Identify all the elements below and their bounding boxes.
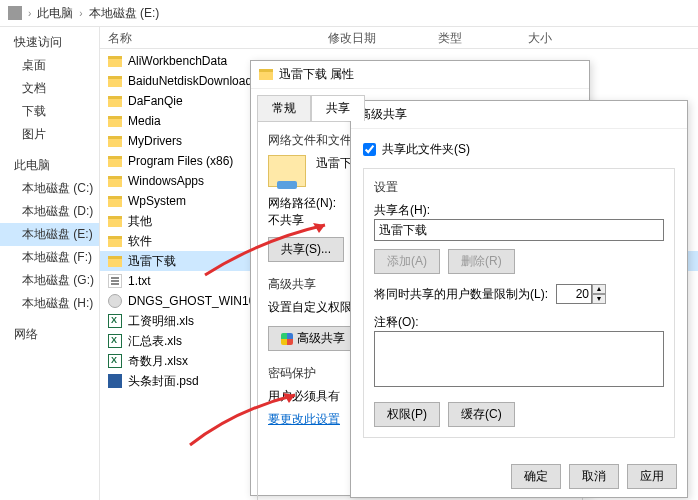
sidebar-item-downloads[interactable]: 下载 [0,100,99,123]
col-size[interactable]: 大小 [520,27,600,48]
remove-button[interactable]: 删除(R) [448,249,515,274]
comment-label: 注释(O): [374,314,664,331]
folder-icon [259,69,273,80]
col-date[interactable]: 修改日期 [320,27,430,48]
file-name: 头条封面.psd [128,373,199,390]
folder-icon [108,216,122,227]
shared-folder-icon [268,155,306,187]
file-name: 迅雷下载 [128,253,176,270]
sidebar-item-documents[interactable]: 文档 [0,77,99,100]
folder-icon [108,176,122,187]
col-type[interactable]: 类型 [430,27,520,48]
xls-file-icon [108,354,122,368]
folder-icon [108,136,122,147]
folder-icon [108,76,122,87]
file-name: WpSystem [128,194,186,208]
share-folder-label: 共享此文件夹(S) [382,141,470,158]
breadcrumb-thispc[interactable]: 此电脑 [37,5,73,22]
file-name: 奇数月.xlsx [128,353,188,370]
dialog-title: 高级共享 [359,106,407,123]
psd-file-icon [108,374,122,388]
iso-file-icon [108,294,122,308]
chevron-right-icon: › [28,8,31,19]
sidebar-drive-c[interactable]: 本地磁盘 (C:) [0,177,99,200]
file-name: AliWorkbenchData [128,54,227,68]
sidebar-drive-d[interactable]: 本地磁盘 (D:) [0,200,99,223]
column-headers: 名称 修改日期 类型 大小 [100,27,698,49]
sidebar-drive-h[interactable]: 本地磁盘 (H:) [0,292,99,315]
permissions-button[interactable]: 权限(P) [374,402,440,427]
share-name-label: 共享名(H): [374,202,664,219]
pc-icon [8,6,22,20]
file-name: 工资明细.xls [128,313,194,330]
folder-icon [108,56,122,67]
folder-icon [108,96,122,107]
file-name: 软件 [128,233,152,250]
sidebar-thispc[interactable]: 此电脑 [0,154,99,177]
cancel-button[interactable]: 取消 [569,464,619,489]
sidebar-drive-g[interactable]: 本地磁盘 (G:) [0,269,99,292]
txt-file-icon [108,274,122,288]
tab-sharing[interactable]: 共享 [311,95,365,121]
file-name: DNGS_GHOST_WIN10 [128,294,255,308]
advanced-sharing-button[interactable]: 高级共享 [268,326,358,351]
comment-textarea[interactable] [374,331,664,387]
user-limit-label: 将同时共享的用户数量限制为(L): [374,286,548,303]
sidebar-drive-f[interactable]: 本地磁盘 (F:) [0,246,99,269]
settings-group: 设置 共享名(H): 添加(A) 删除(R) 将同时共享的用户数量限制为(L):… [363,168,675,438]
share-name-input[interactable] [374,219,664,241]
file-name: BaiduNetdiskDownload [128,74,252,88]
file-name: MyDrivers [128,134,182,148]
user-limit-spinner[interactable]: ▲ ▼ [556,284,606,304]
chevron-right-icon: › [79,8,82,19]
file-name: WindowsApps [128,174,204,188]
sidebar-network[interactable]: 网络 [0,323,99,346]
navigation-pane: 快速访问 桌面 文档 下载 图片 此电脑 本地磁盘 (C:) 本地磁盘 (D:)… [0,27,100,500]
folder-icon [108,116,122,127]
dialog-titlebar[interactable]: 高级共享 [351,101,687,129]
spin-up-icon[interactable]: ▲ [592,284,606,294]
sidebar-item-pictures[interactable]: 图片 [0,123,99,146]
ok-button[interactable]: 确定 [511,464,561,489]
address-bar: › 此电脑 › 本地磁盘 (E:) [0,0,698,27]
change-settings-link[interactable]: 要更改此设置 [268,412,340,426]
folder-icon [108,236,122,247]
user-limit-input[interactable] [556,284,592,304]
add-button[interactable]: 添加(A) [374,249,440,274]
dialog-title: 迅雷下载 属性 [279,66,354,83]
apply-button[interactable]: 应用 [627,464,677,489]
file-name: Media [128,114,161,128]
spin-down-icon[interactable]: ▼ [592,294,606,304]
dialog-titlebar[interactable]: 迅雷下载 属性 [251,61,589,89]
file-name: 其他 [128,213,152,230]
settings-label: 设置 [374,179,664,196]
folder-icon [108,156,122,167]
file-name: 汇总表.xls [128,333,182,350]
file-name: Program Files (x86) [128,154,233,168]
file-name: 1.txt [128,274,151,288]
caching-button[interactable]: 缓存(C) [448,402,515,427]
xls-file-icon [108,334,122,348]
sidebar-drive-e[interactable]: 本地磁盘 (E:) [0,223,99,246]
folder-icon [108,256,122,267]
xls-file-icon [108,314,122,328]
share-button[interactable]: 共享(S)... [268,237,344,262]
tab-general[interactable]: 常规 [257,95,311,121]
breadcrumb-drive[interactable]: 本地磁盘 (E:) [89,5,160,22]
advanced-sharing-button-label: 高级共享 [297,330,345,347]
sidebar-quickaccess[interactable]: 快速访问 [0,31,99,54]
folder-icon [108,196,122,207]
col-name[interactable]: 名称 [100,27,320,48]
share-folder-checkbox[interactable] [363,143,376,156]
advanced-sharing-dialog: 高级共享 共享此文件夹(S) 设置 共享名(H): 添加(A) 删除(R) 将同… [350,100,688,498]
file-name: DaFanQie [128,94,183,108]
shield-icon [281,333,293,345]
sidebar-item-desktop[interactable]: 桌面 [0,54,99,77]
